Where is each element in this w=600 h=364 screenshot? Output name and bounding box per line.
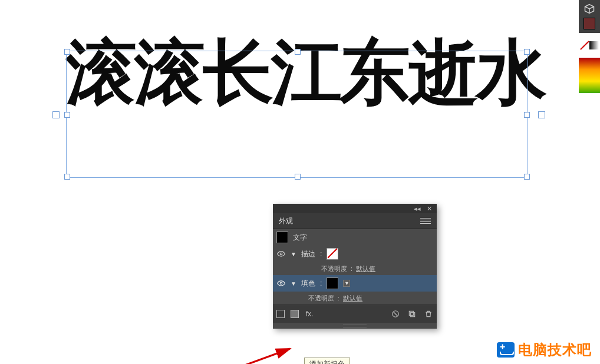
panel-footer: fx. bbox=[273, 305, 437, 323]
right-toolbar bbox=[579, 0, 600, 33]
panel-collapse-bar[interactable]: ◂◂ ✕ bbox=[273, 204, 437, 213]
appearance-panel: ◂◂ ✕ 外观 文字 ▼ 描边 : 不透明度 : 默认值 ▼ 填色 : ▼ 不透… bbox=[273, 204, 437, 329]
fill-swatch-icon[interactable] bbox=[327, 277, 338, 289]
stroke-opacity-row[interactable]: 不透明度 : 默认值 bbox=[273, 262, 437, 275]
stroke-opacity-label: 不透明度 bbox=[321, 264, 347, 273]
resize-handle-bottom-right[interactable] bbox=[524, 174, 530, 180]
selection-bounding-box[interactable] bbox=[66, 51, 528, 178]
stroke-opacity-value[interactable]: 默认值 bbox=[356, 264, 375, 273]
collapse-chevrons-icon: ◂◂ bbox=[414, 205, 421, 213]
resize-handle-top-center[interactable] bbox=[295, 49, 301, 55]
fill-row[interactable]: ▼ 填色 : ▼ bbox=[273, 275, 437, 292]
swatch-strip bbox=[579, 41, 600, 53]
fill-opacity-value[interactable]: 默认值 bbox=[343, 294, 362, 303]
add-fill-button[interactable] bbox=[291, 310, 299, 318]
color-spectrum[interactable] bbox=[579, 58, 600, 93]
stroke-row[interactable]: ▼ 描边 : bbox=[273, 246, 437, 262]
watermark: 电脑技术吧 bbox=[497, 340, 592, 359]
stroke-colon: : bbox=[320, 250, 322, 258]
resize-handle-bottom-left[interactable] bbox=[64, 174, 70, 180]
visibility-eye-icon[interactable] bbox=[276, 279, 286, 288]
target-swatch-icon bbox=[276, 231, 288, 243]
visibility-eye-icon[interactable] bbox=[276, 249, 286, 259]
resize-handle-left-center[interactable] bbox=[64, 112, 70, 118]
chevron-down-icon[interactable]: ▼ bbox=[291, 251, 296, 257]
fill-colon: : bbox=[320, 279, 322, 287]
svg-line-5 bbox=[242, 349, 290, 364]
fill-label: 填色 bbox=[301, 279, 315, 289]
cube-icon[interactable] bbox=[584, 4, 595, 14]
annotation-arrow-icon bbox=[242, 349, 312, 364]
stroke-opacity-colon: : bbox=[351, 265, 352, 272]
resize-handle-top-left[interactable] bbox=[64, 49, 70, 55]
target-row[interactable]: 文字 bbox=[273, 229, 437, 246]
fill-opacity-row[interactable]: 不透明度 : 默认值 bbox=[273, 292, 437, 305]
trash-icon[interactable] bbox=[424, 309, 433, 319]
svg-point-1 bbox=[280, 282, 282, 284]
chevron-down-icon[interactable]: ▼ bbox=[291, 280, 296, 287]
resize-handle-bottom-center[interactable] bbox=[295, 174, 301, 180]
watermark-text: 电脑技术吧 bbox=[518, 340, 592, 359]
close-icon[interactable]: ✕ bbox=[427, 205, 432, 213]
text-out-port[interactable] bbox=[538, 111, 545, 118]
none-swatch-icon[interactable] bbox=[580, 41, 588, 49]
clear-appearance-icon[interactable] bbox=[391, 309, 400, 319]
watermark-logo-icon bbox=[497, 342, 515, 358]
resize-handle-top-right[interactable] bbox=[524, 49, 530, 55]
target-label: 文字 bbox=[293, 233, 307, 243]
text-in-port[interactable] bbox=[52, 111, 60, 118]
stroke-swatch-none-icon[interactable] bbox=[327, 248, 338, 260]
fill-opacity-label: 不透明度 bbox=[308, 294, 334, 303]
fill-dropdown-icon[interactable]: ▼ bbox=[343, 280, 350, 287]
color-swatch[interactable] bbox=[583, 18, 595, 29]
duplicate-icon[interactable] bbox=[407, 309, 417, 319]
panel-resize-grip[interactable] bbox=[273, 323, 437, 329]
panel-tab-bar: 外观 bbox=[273, 213, 437, 229]
svg-point-0 bbox=[280, 253, 282, 255]
resize-handle-right-center[interactable] bbox=[524, 112, 530, 118]
stroke-label: 描边 bbox=[301, 249, 315, 259]
svg-rect-3 bbox=[411, 313, 415, 317]
panel-menu-icon[interactable] bbox=[420, 218, 431, 224]
svg-rect-4 bbox=[409, 311, 413, 315]
gradient-swatch-icon[interactable] bbox=[589, 41, 599, 49]
tab-appearance[interactable]: 外观 bbox=[279, 216, 293, 226]
fill-opacity-colon: : bbox=[338, 294, 339, 302]
add-effect-label[interactable]: fx. bbox=[305, 309, 314, 319]
add-stroke-button[interactable] bbox=[276, 310, 285, 318]
